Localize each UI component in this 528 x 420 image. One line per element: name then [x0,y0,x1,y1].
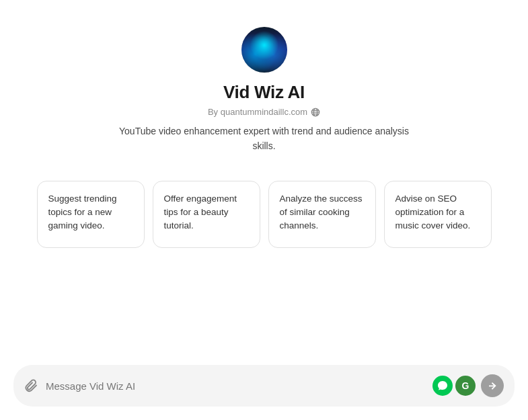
g-letter: G [462,380,469,391]
send-button[interactable] [481,374,504,397]
message-input[interactable] [46,380,426,392]
attachment-button[interactable] [24,378,39,393]
description-text: YouTube video enhancement expert with tr… [116,124,412,154]
byline-text: By quantummindaillc.com [208,107,307,117]
byline: By quantummindaillc.com [208,107,320,117]
avatar-image [241,27,287,73]
right-actions: G [432,374,504,397]
suggestion-card-2[interactable]: Offer engagement tips for a beauty tutor… [153,181,260,248]
suggestion-cards-row: Suggest trending topics for a new gaming… [0,181,528,248]
card-2-text: Offer engagement tips for a beauty tutor… [164,192,249,233]
card-3-text: Analyze the success of similar cooking c… [280,192,365,233]
page-title: Vid Wiz AI [223,82,305,103]
suggestion-card-3[interactable]: Analyze the success of similar cooking c… [268,181,376,248]
plugin-icon-1[interactable] [432,376,453,396]
plugin-icons: G [432,376,476,396]
globe-icon [311,108,320,117]
message-input-bar: G [13,365,515,407]
avatar [241,27,287,73]
card-4-text: Advise on SEO optimization for a music c… [395,192,480,233]
plugin-icon-2[interactable]: G [455,376,476,396]
card-1-text: Suggest trending topics for a new gaming… [48,192,133,233]
suggestion-card-1[interactable]: Suggest trending topics for a new gaming… [37,181,145,248]
suggestion-card-4[interactable]: Advise on SEO optimization for a music c… [384,181,492,248]
main-content: Vid Wiz AI By quantummindaillc.com YouTu… [0,0,528,420]
